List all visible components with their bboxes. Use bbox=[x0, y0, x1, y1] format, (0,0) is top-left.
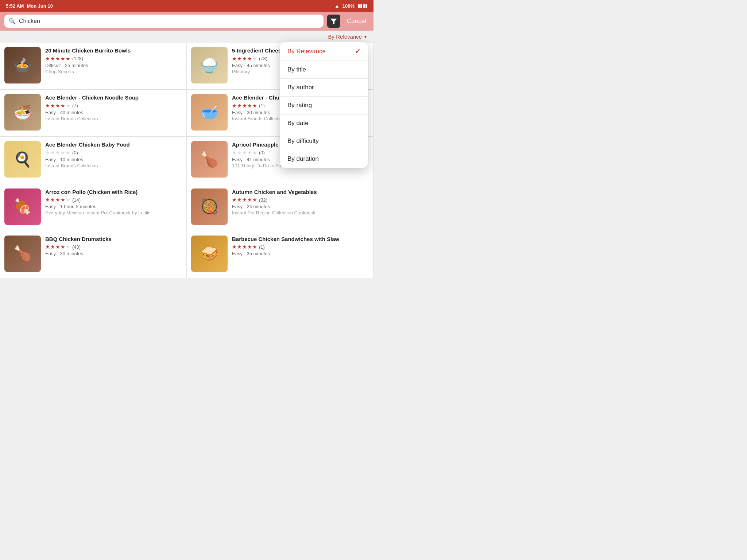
recipe-thumbnail: 🥣 bbox=[191, 94, 228, 131]
recipe-title: Autumn Chicken and Vegetables bbox=[232, 188, 369, 196]
recipe-thumbnail: 🥘 bbox=[191, 188, 228, 225]
date-label: Mon Jun 10 bbox=[27, 3, 53, 9]
recipe-thumb-emoji: 🍲 bbox=[4, 47, 41, 83]
sort-option-rating[interactable]: By rating bbox=[280, 97, 368, 114]
recipe-thumb-emoji: 🍗 bbox=[191, 141, 228, 178]
stars-display: ★★★★★ bbox=[45, 56, 71, 62]
filter-icon bbox=[330, 19, 337, 24]
recipe-stars: ★★★★★ (7) bbox=[45, 103, 182, 109]
sort-arrow-icon: ▼ bbox=[363, 34, 368, 39]
recipe-author: Instant Pot Recipe Collection Cookbook bbox=[232, 210, 369, 215]
recipe-item[interactable]: 🍗 BBQ Chicken Drumsticks ★★★★★ (43) Easy… bbox=[0, 231, 187, 278]
recipe-thumbnail: 🍗 bbox=[191, 141, 228, 178]
recipe-stars: ★★★★★ (0) bbox=[45, 150, 182, 156]
sort-option-label: By author bbox=[287, 84, 314, 91]
review-count: (1) bbox=[259, 244, 265, 250]
search-icon: 🔍 bbox=[9, 18, 16, 25]
sort-dropdown: By Relevance ✓ By title By author By rat… bbox=[280, 42, 368, 168]
stars-display: ★★★★★ bbox=[232, 56, 258, 62]
recipe-title: Ace Blender - Chicken Noodle Soup bbox=[45, 94, 182, 101]
status-left: 5:52 AM Mon Jun 10 bbox=[6, 3, 53, 9]
stars-display: ★★★★★ bbox=[232, 150, 258, 156]
recipe-thumbnail: 🥪 bbox=[191, 236, 228, 272]
sort-bar: By Relevance ▼ bbox=[0, 31, 374, 43]
stars-display: ★★★★★ bbox=[232, 103, 258, 109]
recipe-thumb-emoji: 🍗 bbox=[4, 236, 41, 272]
stars-display: ★★★★★ bbox=[232, 197, 258, 203]
sort-option-label: By difficulty bbox=[287, 137, 319, 145]
sort-dropdown-trigger[interactable]: By Relevance ▼ bbox=[328, 34, 368, 40]
search-input-wrap: 🔍 bbox=[4, 15, 324, 28]
stars-display: ★★★★★ bbox=[45, 197, 71, 203]
stars-display: ★★★★★ bbox=[45, 150, 71, 156]
recipe-item[interactable]: 🍜 Ace Blender - Chicken Noodle Soup ★★★★… bbox=[0, 90, 187, 137]
recipe-info: BBQ Chicken Drumsticks ★★★★★ (43) Easy -… bbox=[45, 236, 182, 257]
recipe-thumb-emoji: 🍚 bbox=[191, 47, 228, 83]
sort-option-duration[interactable]: By duration bbox=[280, 150, 368, 168]
recipe-meta: Difficult - 25 minutes bbox=[45, 63, 182, 68]
recipe-item[interactable]: 🥘 Autumn Chicken and Vegetables ★★★★★ (3… bbox=[187, 184, 374, 231]
stars-display: ★★★★★ bbox=[45, 244, 71, 250]
check-icon: ✓ bbox=[355, 47, 360, 55]
filter-button[interactable] bbox=[327, 15, 340, 28]
review-count: (0) bbox=[259, 150, 265, 155]
sort-option-label: By Relevance bbox=[287, 48, 326, 55]
search-input[interactable] bbox=[19, 18, 319, 24]
recipe-stars: ★★★★★ (1) bbox=[232, 244, 369, 250]
review-count: (14) bbox=[72, 197, 81, 203]
recipe-item[interactable]: 🍳 Ace Blender Chicken Baby Food ★★★★★ (0… bbox=[0, 137, 187, 184]
recipe-title: Arroz con Pollo (Chicken with Rice) bbox=[45, 188, 182, 196]
recipe-thumb-emoji: 🍳 bbox=[4, 141, 41, 178]
review-count: (7) bbox=[72, 103, 78, 108]
recipe-info: Barbecue Chicken Sandwiches with Slaw ★★… bbox=[232, 236, 369, 257]
recipe-thumbnail: 🍳 bbox=[4, 141, 41, 178]
review-count: (43) bbox=[72, 244, 81, 250]
battery-label: 100% bbox=[342, 3, 355, 9]
recipe-title: 20 Minute Chicken Burrito Bowls bbox=[45, 47, 182, 54]
sort-option-author[interactable]: By author bbox=[280, 79, 368, 97]
review-count: (78) bbox=[259, 56, 267, 61]
recipe-info: Arroz con Pollo (Chicken with Rice) ★★★★… bbox=[45, 188, 182, 216]
stars-display: ★★★★★ bbox=[45, 103, 71, 109]
recipe-meta: Easy - 40 minutes bbox=[45, 110, 182, 115]
recipe-info: Autumn Chicken and Vegetables ★★★★★ (32)… bbox=[232, 188, 369, 216]
recipe-meta: Easy - 1 hour, 5 minutes bbox=[45, 204, 182, 209]
recipe-thumbnail: 🍚 bbox=[191, 47, 228, 83]
recipe-thumb-emoji: 🍜 bbox=[4, 94, 41, 131]
recipe-thumb-emoji: 🥪 bbox=[191, 236, 228, 272]
recipe-item[interactable]: 🍲 20 Minute Chicken Burrito Bowls ★★★★★ … bbox=[0, 43, 187, 90]
sort-option-label: By duration bbox=[287, 155, 319, 163]
status-bar: 5:52 AM Mon Jun 10 ▲ 100% ▮▮▮▮ bbox=[0, 0, 374, 12]
recipe-meta: Easy - 35 minutes bbox=[232, 251, 369, 256]
sort-option-label: By title bbox=[287, 66, 306, 73]
sort-option-date[interactable]: By date bbox=[280, 114, 368, 132]
review-count: (128) bbox=[72, 56, 83, 61]
sort-option-relevance[interactable]: By Relevance ✓ bbox=[280, 42, 368, 61]
sort-option-title[interactable]: By title bbox=[280, 61, 368, 79]
recipe-item[interactable]: 🥪 Barbecue Chicken Sandwiches with Slaw … bbox=[187, 231, 374, 278]
sort-option-label: By date bbox=[287, 120, 309, 127]
recipe-title: Ace Blender Chicken Baby Food bbox=[45, 141, 182, 148]
review-count: (32) bbox=[259, 197, 267, 203]
battery-icon: ▮▮▮▮ bbox=[357, 3, 368, 8]
recipe-thumb-emoji: 🥘 bbox=[191, 188, 228, 225]
recipe-author: Chop Secrets bbox=[45, 69, 182, 74]
recipe-info: Ace Blender Chicken Baby Food ★★★★★ (0) … bbox=[45, 141, 182, 168]
recipe-thumbnail: 🍲 bbox=[4, 47, 41, 83]
sort-option-label: By rating bbox=[287, 102, 312, 109]
recipe-stars: ★★★★★ (32) bbox=[232, 197, 369, 203]
recipe-thumbnail: 🍗 bbox=[4, 236, 41, 272]
recipe-stars: ★★★★★ (128) bbox=[45, 56, 182, 62]
recipe-author: Instant Brands Collection bbox=[45, 116, 182, 121]
recipe-meta: Easy - 24 minutes bbox=[232, 204, 369, 209]
recipe-thumb-emoji: 🥣 bbox=[191, 94, 228, 131]
review-count: (1) bbox=[259, 103, 265, 108]
recipe-info: Ace Blender - Chicken Noodle Soup ★★★★★ … bbox=[45, 94, 182, 121]
sort-option-difficulty[interactable]: By difficulty bbox=[280, 132, 368, 150]
recipe-thumbnail: 🍜 bbox=[4, 94, 41, 131]
cancel-button[interactable]: Cancel bbox=[344, 16, 369, 26]
recipe-thumb-emoji: 🍖 bbox=[4, 188, 41, 225]
recipe-item[interactable]: 🍖 Arroz con Pollo (Chicken with Rice) ★★… bbox=[0, 184, 187, 231]
recipe-author: Instant Brands Collection bbox=[45, 163, 182, 168]
recipe-title: BBQ Chicken Drumsticks bbox=[45, 236, 182, 243]
